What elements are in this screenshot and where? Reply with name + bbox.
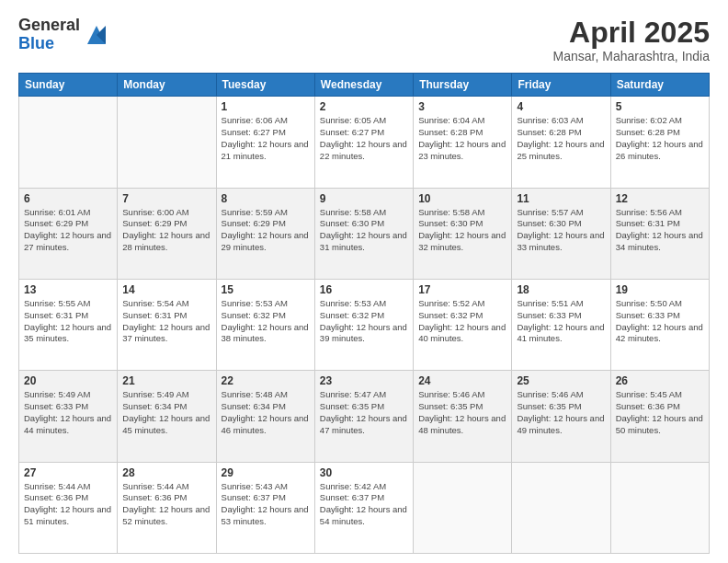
calendar-cell: 5Sunrise: 6:02 AMSunset: 6:28 PMDaylight… <box>610 97 709 188</box>
day-info: Sunrise: 5:58 AMSunset: 6:30 PMDaylight:… <box>320 207 408 254</box>
logo-icon <box>84 22 109 48</box>
day-info: Sunrise: 6:03 AMSunset: 6:28 PMDaylight:… <box>517 115 605 162</box>
day-info: Sunrise: 5:51 AMSunset: 6:33 PMDaylight:… <box>517 298 605 345</box>
day-number: 29 <box>222 466 310 479</box>
day-info: Sunrise: 5:56 AMSunset: 6:31 PMDaylight:… <box>616 207 704 254</box>
day-info: Sunrise: 5:44 AMSunset: 6:36 PMDaylight:… <box>122 481 210 528</box>
title-block: April 2025 Mansar, Maharashtra, India <box>553 17 710 63</box>
calendar-cell <box>512 462 610 553</box>
calendar-cell: 3Sunrise: 6:04 AMSunset: 6:28 PMDaylight… <box>414 97 512 188</box>
day-number: 12 <box>616 192 704 205</box>
weekday-header-sunday: Sunday <box>19 74 118 97</box>
calendar-cell: 2Sunrise: 6:05 AMSunset: 6:27 PMDaylight… <box>314 97 413 188</box>
logo-blue: Blue <box>18 35 80 53</box>
day-number: 18 <box>517 283 605 296</box>
day-number: 14 <box>122 283 210 296</box>
day-info: Sunrise: 5:59 AMSunset: 6:29 PMDaylight:… <box>222 207 310 254</box>
day-number: 5 <box>616 100 704 113</box>
calendar-cell: 11Sunrise: 5:57 AMSunset: 6:30 PMDayligh… <box>512 188 610 279</box>
day-info: Sunrise: 6:05 AMSunset: 6:27 PMDaylight:… <box>320 115 408 162</box>
day-number: 9 <box>320 192 408 205</box>
day-number: 11 <box>517 192 605 205</box>
calendar-cell: 17Sunrise: 5:52 AMSunset: 6:32 PMDayligh… <box>414 279 512 370</box>
day-number: 25 <box>517 374 605 387</box>
day-info: Sunrise: 5:53 AMSunset: 6:32 PMDaylight:… <box>320 298 408 345</box>
day-number: 3 <box>418 100 506 113</box>
calendar-table: SundayMondayTuesdayWednesdayThursdayFrid… <box>18 73 710 554</box>
calendar-cell: 14Sunrise: 5:54 AMSunset: 6:31 PMDayligh… <box>118 279 216 370</box>
day-number: 21 <box>122 374 210 387</box>
day-info: Sunrise: 5:49 AMSunset: 6:34 PMDaylight:… <box>122 389 210 436</box>
week-row-3: 13Sunrise: 5:55 AMSunset: 6:31 PMDayligh… <box>19 279 710 370</box>
calendar-cell: 12Sunrise: 5:56 AMSunset: 6:31 PMDayligh… <box>610 188 709 279</box>
day-info: Sunrise: 5:53 AMSunset: 6:32 PMDaylight:… <box>222 298 310 345</box>
calendar-cell: 29Sunrise: 5:43 AMSunset: 6:37 PMDayligh… <box>216 462 314 553</box>
day-number: 6 <box>24 192 112 205</box>
day-info: Sunrise: 5:48 AMSunset: 6:34 PMDaylight:… <box>222 389 310 436</box>
calendar-cell: 24Sunrise: 5:46 AMSunset: 6:35 PMDayligh… <box>414 371 512 462</box>
weekday-header-wednesday: Wednesday <box>314 74 413 97</box>
day-number: 19 <box>616 283 704 296</box>
day-info: Sunrise: 5:57 AMSunset: 6:30 PMDaylight:… <box>517 207 605 254</box>
location-title: Mansar, Maharashtra, India <box>553 49 710 63</box>
day-info: Sunrise: 5:42 AMSunset: 6:37 PMDaylight:… <box>320 481 408 528</box>
calendar-cell: 28Sunrise: 5:44 AMSunset: 6:36 PMDayligh… <box>118 462 216 553</box>
calendar-cell: 25Sunrise: 5:46 AMSunset: 6:35 PMDayligh… <box>512 371 610 462</box>
calendar-cell: 1Sunrise: 6:06 AMSunset: 6:27 PMDaylight… <box>216 97 314 188</box>
calendar-cell: 4Sunrise: 6:03 AMSunset: 6:28 PMDaylight… <box>512 97 610 188</box>
day-info: Sunrise: 5:50 AMSunset: 6:33 PMDaylight:… <box>616 298 704 345</box>
logo-general: General <box>18 17 80 35</box>
day-info: Sunrise: 5:47 AMSunset: 6:35 PMDaylight:… <box>320 389 408 436</box>
calendar-cell: 7Sunrise: 6:00 AMSunset: 6:29 PMDaylight… <box>118 188 216 279</box>
header: General Blue April 2025 Mansar, Maharash… <box>18 17 710 63</box>
logo: General Blue <box>18 17 109 53</box>
day-info: Sunrise: 6:01 AMSunset: 6:29 PMDaylight:… <box>24 207 112 254</box>
week-row-2: 6Sunrise: 6:01 AMSunset: 6:29 PMDaylight… <box>19 188 710 279</box>
weekday-header-tuesday: Tuesday <box>216 74 314 97</box>
day-number: 28 <box>122 466 210 479</box>
day-number: 4 <box>517 100 605 113</box>
day-number: 24 <box>418 374 506 387</box>
calendar-cell: 13Sunrise: 5:55 AMSunset: 6:31 PMDayligh… <box>19 279 118 370</box>
calendar-cell: 16Sunrise: 5:53 AMSunset: 6:32 PMDayligh… <box>314 279 413 370</box>
day-info: Sunrise: 5:58 AMSunset: 6:30 PMDaylight:… <box>418 207 506 254</box>
day-number: 16 <box>320 283 408 296</box>
day-info: Sunrise: 5:54 AMSunset: 6:31 PMDaylight:… <box>122 298 210 345</box>
day-info: Sunrise: 5:49 AMSunset: 6:33 PMDaylight:… <box>24 389 112 436</box>
calendar-cell: 19Sunrise: 5:50 AMSunset: 6:33 PMDayligh… <box>610 279 709 370</box>
calendar-cell <box>118 97 216 188</box>
day-info: Sunrise: 6:00 AMSunset: 6:29 PMDaylight:… <box>122 207 210 254</box>
logo-text: General Blue <box>18 17 80 53</box>
day-number: 2 <box>320 100 408 113</box>
week-row-4: 20Sunrise: 5:49 AMSunset: 6:33 PMDayligh… <box>19 371 710 462</box>
day-info: Sunrise: 6:02 AMSunset: 6:28 PMDaylight:… <box>616 115 704 162</box>
day-number: 23 <box>320 374 408 387</box>
page: General Blue April 2025 Mansar, Maharash… <box>0 0 728 563</box>
calendar-cell: 21Sunrise: 5:49 AMSunset: 6:34 PMDayligh… <box>118 371 216 462</box>
day-info: Sunrise: 5:52 AMSunset: 6:32 PMDaylight:… <box>418 298 506 345</box>
day-info: Sunrise: 5:43 AMSunset: 6:37 PMDaylight:… <box>222 481 310 528</box>
calendar-cell: 20Sunrise: 5:49 AMSunset: 6:33 PMDayligh… <box>19 371 118 462</box>
weekday-header-friday: Friday <box>512 74 610 97</box>
day-number: 17 <box>418 283 506 296</box>
weekday-header-monday: Monday <box>118 74 216 97</box>
calendar-cell: 10Sunrise: 5:58 AMSunset: 6:30 PMDayligh… <box>414 188 512 279</box>
day-info: Sunrise: 5:55 AMSunset: 6:31 PMDaylight:… <box>24 298 112 345</box>
day-info: Sunrise: 5:45 AMSunset: 6:36 PMDaylight:… <box>616 389 704 436</box>
day-info: Sunrise: 5:44 AMSunset: 6:36 PMDaylight:… <box>24 481 112 528</box>
calendar-cell <box>610 462 709 553</box>
weekday-header-thursday: Thursday <box>414 74 512 97</box>
day-number: 1 <box>222 100 310 113</box>
day-number: 13 <box>24 283 112 296</box>
day-info: Sunrise: 5:46 AMSunset: 6:35 PMDaylight:… <box>517 389 605 436</box>
calendar-cell: 22Sunrise: 5:48 AMSunset: 6:34 PMDayligh… <box>216 371 314 462</box>
day-number: 15 <box>222 283 310 296</box>
calendar-cell: 30Sunrise: 5:42 AMSunset: 6:37 PMDayligh… <box>314 462 413 553</box>
calendar-cell <box>414 462 512 553</box>
weekday-header-saturday: Saturday <box>610 74 709 97</box>
calendar-cell: 8Sunrise: 5:59 AMSunset: 6:29 PMDaylight… <box>216 188 314 279</box>
day-number: 30 <box>320 466 408 479</box>
day-number: 8 <box>222 192 310 205</box>
calendar-cell: 15Sunrise: 5:53 AMSunset: 6:32 PMDayligh… <box>216 279 314 370</box>
day-number: 26 <box>616 374 704 387</box>
